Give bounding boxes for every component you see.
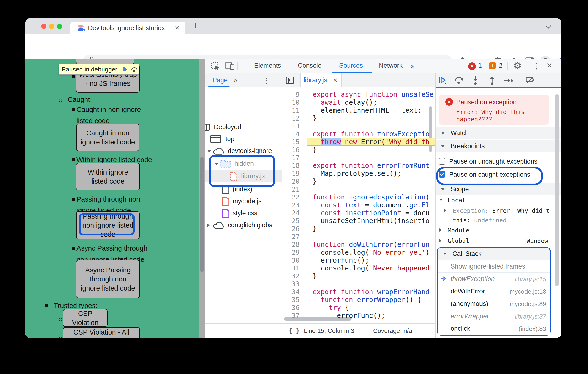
code-line[interactable]: 13 <box>282 122 435 130</box>
tab-strip-chevron-icon[interactable] <box>546 23 551 28</box>
line-number[interactable]: 24 <box>282 209 300 217</box>
gear-icon[interactable]: ⚙ <box>513 60 522 71</box>
callstack-frame--anonymous-[interactable]: (anonymous)mycode.js:89 <box>438 298 549 310</box>
browser-tab[interactable]: DevTools ignore list stories × <box>70 21 186 34</box>
callstack-frame-dowitherror[interactable]: doWithErrormycode.js:18 <box>438 285 549 298</box>
section-watch[interactable]: Watch <box>436 127 561 139</box>
code-line[interactable]: 17 <box>282 154 435 162</box>
step-into-icon[interactable] <box>471 76 480 85</box>
line-number[interactable]: 34 <box>282 288 300 296</box>
code-line[interactable]: 24 const insertionPoint = docu <box>282 209 435 217</box>
code-line[interactable]: 16} <box>282 146 435 154</box>
step-over-icon[interactable] <box>454 76 464 85</box>
code-line[interactable]: 19 Map.prototype.set(); <box>282 170 435 177</box>
line-number[interactable]: 35 <box>282 296 300 304</box>
scope-row-exception[interactable]: Exception: Error: Why did t <box>436 206 558 217</box>
code-line[interactable]: 23 const text = document.getEl <box>282 201 435 209</box>
sidebar-tab-page[interactable]: Page <box>212 76 228 84</box>
code-line-paused[interactable]: 15 throw new Error('Why did th <box>282 138 435 146</box>
line-number[interactable]: 29 <box>282 248 300 256</box>
new-tab-button[interactable]: + <box>193 20 199 32</box>
code-line[interactable]: 35 function errorWrapper() { <box>282 296 435 304</box>
section-breakpoints[interactable]: Breakpoints <box>436 140 561 152</box>
issues-badge-icon[interactable]: ! <box>489 62 496 69</box>
scope-row-local[interactable]: Local <box>436 195 558 206</box>
line-number[interactable]: 23 <box>282 201 300 209</box>
code-line[interactable]: 20} <box>282 177 435 185</box>
tree-item-mycode-js[interactable]: mycode.js <box>205 195 282 207</box>
page-button[interactable]: Async Passing through non ignore listed … <box>76 260 140 298</box>
tab-elements[interactable]: Elements <box>254 62 281 69</box>
code-line[interactable]: 36 try { <box>282 304 435 312</box>
section-call-stack[interactable]: Call Stack <box>438 247 549 260</box>
tab-console[interactable]: Console <box>298 62 322 69</box>
editor-tab-close-icon[interactable]: × <box>333 76 337 84</box>
line-number[interactable]: 18 <box>282 162 300 170</box>
tab-sources[interactable]: Sources <box>339 62 363 69</box>
scope-row-this[interactable]: this: undefined <box>436 215 558 226</box>
line-number[interactable]: 10 <box>282 98 300 107</box>
device-toolbar-icon[interactable] <box>225 62 234 70</box>
more-nav-tabs-icon[interactable]: » <box>233 76 237 84</box>
code-line[interactable]: 31 console.log('Never happened <box>282 264 435 272</box>
show-ignore-listed-frames-row[interactable]: Show ignore-listed frames <box>438 260 549 273</box>
line-number[interactable]: 33 <box>282 280 300 288</box>
line-number[interactable]: 22 <box>282 193 300 201</box>
tree-item-cdn-glitch-globa[interactable]: cdn.glitch.globa <box>205 219 282 231</box>
code-line[interactable]: 12} <box>282 114 435 122</box>
breakpoint-checkbox[interactable] <box>439 158 445 164</box>
code-line[interactable]: 26} <box>282 225 435 233</box>
sidebar-scrollbar-thumb[interactable] <box>555 95 559 286</box>
callstack-frame-onclick[interactable]: onclick(index):83 <box>438 322 549 335</box>
code-line[interactable]: 37 errorFunc(); <box>282 312 435 320</box>
nav-kebab-icon[interactable]: ⋮ <box>263 76 270 85</box>
code-line[interactable]: 29 console.log('No error yet') <box>282 248 435 256</box>
devtools-close-icon[interactable]: × <box>547 60 552 71</box>
code-line[interactable]: 11 element.innerHTML = text; <box>282 107 435 114</box>
line-number[interactable]: 30 <box>282 256 300 264</box>
tree-item-top[interactable]: top <box>205 133 282 145</box>
tree-item-deployed[interactable]: Deployed <box>205 121 282 133</box>
code-editor[interactable]: 9export async function unsafeSetInne10 a… <box>282 87 435 323</box>
code-line[interactable]: 10 await delay(); <box>282 98 435 107</box>
page-button[interactable]: CSP Violation <box>63 309 107 327</box>
step-icon[interactable] <box>504 77 513 85</box>
line-number[interactable]: 12 <box>282 114 300 122</box>
code-line[interactable]: 22function ignoredcspviolation( <box>282 193 435 201</box>
line-number[interactable]: 37 <box>282 312 300 320</box>
devtools-kebab-icon[interactable]: ⋮ <box>532 61 540 71</box>
braces-icon[interactable]: { } <box>288 327 300 334</box>
resume-icon[interactable] <box>438 76 447 85</box>
line-number[interactable]: 13 <box>282 122 300 130</box>
line-number[interactable]: 27 <box>282 233 300 241</box>
line-number[interactable]: 20 <box>282 177 300 185</box>
tab-close-icon[interactable]: × <box>175 23 179 32</box>
more-tabs-icon[interactable]: » <box>410 62 414 70</box>
line-number[interactable]: 31 <box>282 264 300 272</box>
line-number[interactable]: 21 <box>282 185 300 193</box>
minimize-window-button[interactable] <box>49 24 54 29</box>
line-number[interactable]: 32 <box>282 272 300 280</box>
callstack-frame-throwexception[interactable]: throwExceptionlibrary.js:15 <box>438 273 549 285</box>
code-line[interactable]: 27 <box>282 233 435 241</box>
code-line[interactable]: 33 <box>282 280 435 288</box>
code-line[interactable]: 34export function wrapErrorHand <box>282 288 435 296</box>
code-line[interactable]: 9export async function unsafeSetInne <box>282 91 435 98</box>
inspect-icon[interactable] <box>211 62 220 71</box>
line-number[interactable]: 26 <box>282 225 300 233</box>
code-line[interactable]: 32} <box>282 272 435 280</box>
code-line[interactable]: 28function doWithError(errorFun <box>282 241 435 248</box>
line-number[interactable]: 9 <box>282 91 300 98</box>
code-line[interactable]: 30 errorFunc(); <box>282 256 435 264</box>
banner-resume-icon[interactable] <box>120 64 130 74</box>
step-out-icon[interactable] <box>488 76 496 85</box>
line-number[interactable]: 16 <box>282 146 300 154</box>
page-button-partial[interactable] <box>76 59 134 64</box>
banner-step-over-icon[interactable] <box>130 64 139 74</box>
tree-item-style-css[interactable]: style.css <box>205 207 282 219</box>
line-number[interactable]: 14 <box>282 130 300 138</box>
line-number[interactable]: 11 <box>282 107 300 114</box>
breakpoint-row[interactable]: Pause on uncaught exceptions <box>436 155 558 168</box>
code-line[interactable]: 14export function throwExceptio <box>282 130 435 138</box>
error-badge-icon[interactable]: × <box>468 62 476 70</box>
